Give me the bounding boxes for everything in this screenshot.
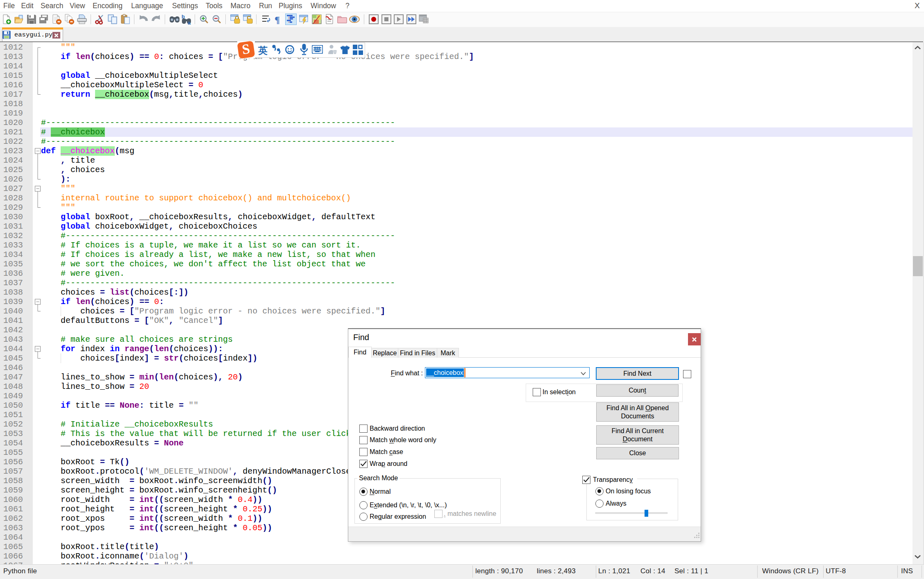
- svg-text:¶: ¶: [275, 14, 280, 25]
- svg-text:a: a: [188, 20, 191, 25]
